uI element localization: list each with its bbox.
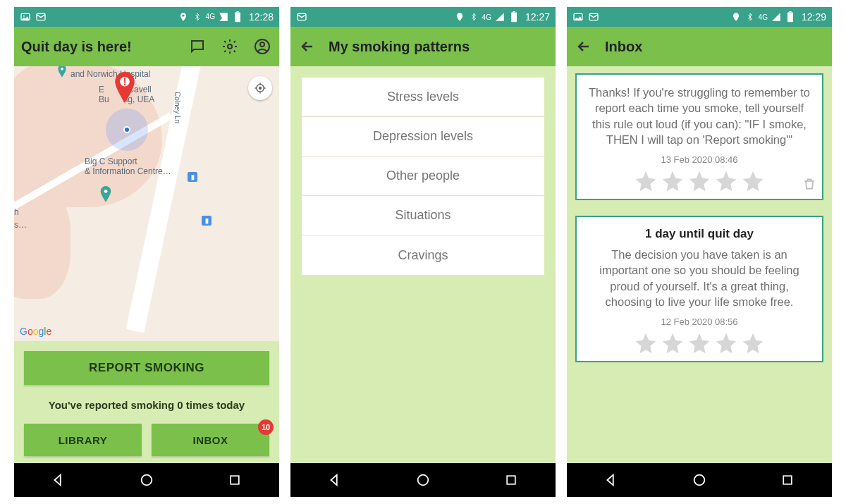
message-date: 13 Feb 2020 08:46: [588, 154, 811, 165]
rating-stars[interactable]: [588, 169, 811, 193]
svg-rect-17: [511, 13, 517, 23]
battery-icon: [232, 11, 243, 23]
user-location-dot: [123, 126, 130, 133]
patterns-list: Stress levels Depression levels Other pe…: [290, 66, 556, 463]
bluetooth-icon: [192, 11, 203, 23]
svg-point-10: [104, 190, 108, 193]
battery-icon: [785, 11, 796, 23]
location-icon: [178, 11, 189, 23]
bus-stop-icon[interactable]: ▮: [188, 172, 197, 182]
nav-back-icon[interactable]: [321, 466, 349, 494]
page-title: Inbox: [605, 39, 825, 55]
map-poi-pin-icon[interactable]: [56, 66, 68, 82]
svg-point-1: [23, 16, 25, 17]
bus-stop-icon[interactable]: ▮: [202, 216, 212, 226]
nav-home-icon[interactable]: [133, 466, 161, 494]
google-logo: Google: [20, 326, 51, 337]
inbox-button[interactable]: INBOX: [152, 424, 269, 456]
mail-icon: [35, 11, 47, 23]
back-button[interactable]: [298, 37, 317, 56]
star-icon[interactable]: [741, 169, 765, 193]
svg-point-5: [228, 44, 232, 49]
list-item[interactable]: Cravings: [302, 235, 544, 275]
page-title: My smoking patterns: [329, 39, 548, 55]
map-poi-pin-icon[interactable]: [99, 186, 113, 207]
star-icon[interactable]: [714, 331, 738, 355]
star-icon[interactable]: [634, 331, 658, 355]
network-type: 4G: [482, 13, 491, 21]
list-item[interactable]: Depression levels: [302, 117, 544, 156]
screen-inbox: 4G 12:29 Inbox Thanks! If you're struggl…: [567, 7, 832, 497]
nav-back-icon[interactable]: [44, 466, 73, 494]
locate-me-button[interactable]: [248, 76, 272, 100]
nav-back-icon[interactable]: [597, 466, 625, 494]
library-button[interactable]: LIBRARY: [24, 424, 142, 456]
svg-rect-15: [231, 476, 239, 484]
network-type: 4G: [206, 13, 215, 20]
report-count-text: You've reported smoking 0 times today: [24, 399, 269, 411]
svg-rect-24: [789, 11, 791, 13]
svg-point-19: [418, 475, 429, 486]
rating-stars[interactable]: [588, 331, 811, 355]
clock-text: 12:27: [525, 11, 550, 23]
list-item[interactable]: Other people: [302, 156, 544, 196]
nav-home-icon[interactable]: [409, 466, 437, 494]
svg-rect-4: [236, 11, 238, 13]
list-item[interactable]: Stress levels: [302, 78, 544, 117]
account-icon[interactable]: [252, 37, 272, 56]
star-icon[interactable]: [661, 169, 685, 193]
nav-recent-icon[interactable]: [221, 466, 249, 494]
clock-text: 12:28: [249, 11, 274, 23]
message-card: Thanks! If you're struggling to remember…: [575, 73, 823, 200]
svg-rect-23: [787, 13, 793, 23]
nav-recent-icon[interactable]: [497, 466, 525, 494]
star-icon[interactable]: [634, 169, 658, 193]
nav-recent-icon[interactable]: [773, 466, 802, 494]
map[interactable]: and Norwich Hospital E Cavell Bu ng, UEA…: [14, 66, 279, 341]
app-bar: My smoking patterns: [290, 27, 556, 66]
page-title: Quit day is here!: [21, 39, 180, 55]
android-nav-bar: [14, 463, 279, 497]
clock-text: 12:29: [802, 11, 826, 23]
location-icon: [454, 11, 465, 23]
gear-icon[interactable]: [220, 37, 240, 56]
svg-point-25: [694, 475, 705, 486]
star-icon[interactable]: [687, 331, 711, 355]
nav-home-icon[interactable]: [685, 466, 713, 494]
app-bar: Inbox: [567, 27, 832, 66]
svg-rect-18: [513, 11, 515, 13]
screen-home: 4G 12:28 Quit day is here! and Norwich H…: [14, 7, 279, 497]
svg-rect-26: [783, 476, 792, 484]
star-icon[interactable]: [661, 331, 685, 355]
status-bar: 4G 12:29: [567, 7, 832, 27]
trash-icon[interactable]: [802, 176, 816, 195]
map-label-support: Big C Support & Information Centre…: [85, 156, 171, 177]
battery-icon: [508, 11, 520, 23]
bluetooth-icon: [468, 11, 479, 23]
svg-text:!: !: [123, 77, 127, 87]
star-icon[interactable]: [741, 331, 765, 355]
map-label-edge2: s…: [14, 220, 27, 230]
back-button[interactable]: [574, 37, 594, 56]
network-type: 4G: [759, 13, 768, 21]
status-bar: 4G 12:27: [290, 7, 556, 27]
star-icon[interactable]: [714, 169, 738, 193]
android-nav-bar: [567, 463, 832, 497]
signal-icon: [218, 11, 229, 23]
message-title: 1 day until quit day: [588, 227, 811, 241]
message-date: 12 Feb 2020 08:56: [588, 316, 811, 327]
inbox-list[interactable]: Thanks! If you're struggling to remember…: [567, 66, 832, 463]
inbox-badge: 10: [258, 419, 274, 435]
android-nav-bar: [290, 463, 556, 497]
chat-icon[interactable]: [188, 37, 207, 56]
star-icon[interactable]: [687, 169, 711, 193]
list-item[interactable]: Situations: [302, 196, 544, 235]
map-label-edge1: h: [14, 207, 19, 217]
report-smoking-button[interactable]: REPORT SMOKING: [24, 351, 269, 385]
mail-icon: [296, 11, 307, 23]
svg-point-7: [260, 42, 264, 47]
screen-patterns: 4G 12:27 My smoking patterns Stress leve…: [290, 7, 556, 497]
image-icon: [20, 11, 31, 23]
map-pin-icon[interactable]: !: [113, 72, 134, 100]
svg-rect-20: [507, 476, 515, 484]
